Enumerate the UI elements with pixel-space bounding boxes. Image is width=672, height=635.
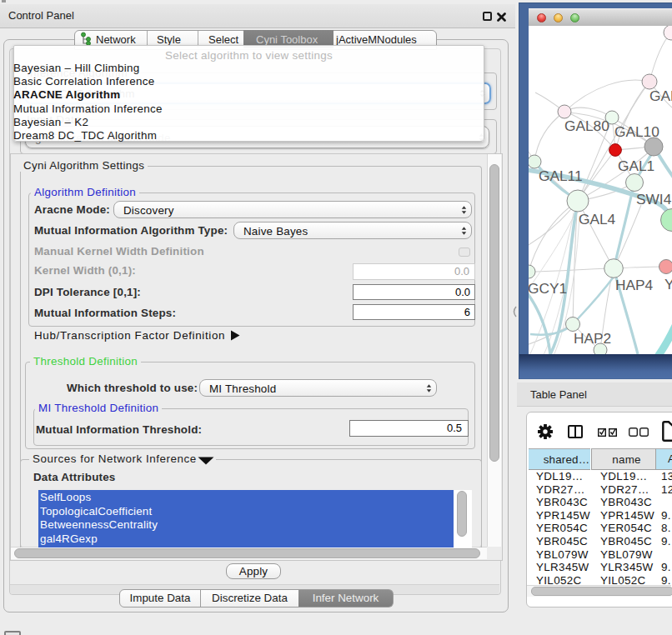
svg-text:GAL4: GAL4 [579, 211, 616, 228]
svg-text:HAP2: HAP2 [574, 330, 611, 347]
svg-text:GAL1: GAL1 [618, 158, 654, 174]
svg-text:GAL11: GAL11 [539, 168, 583, 184]
svg-text:GAL2: GAL2 [649, 88, 672, 104]
svg-text:GAL80: GAL80 [564, 118, 609, 134]
svg-text:GAL10: GAL10 [614, 123, 659, 140]
svg-text:GCY1: GCY1 [529, 280, 567, 297]
svg-text:HAP4: HAP4 [615, 277, 654, 293]
svg-text:YJL12: YJL12 [664, 276, 672, 292]
svg-text:SWI4: SWI4 [636, 191, 672, 208]
